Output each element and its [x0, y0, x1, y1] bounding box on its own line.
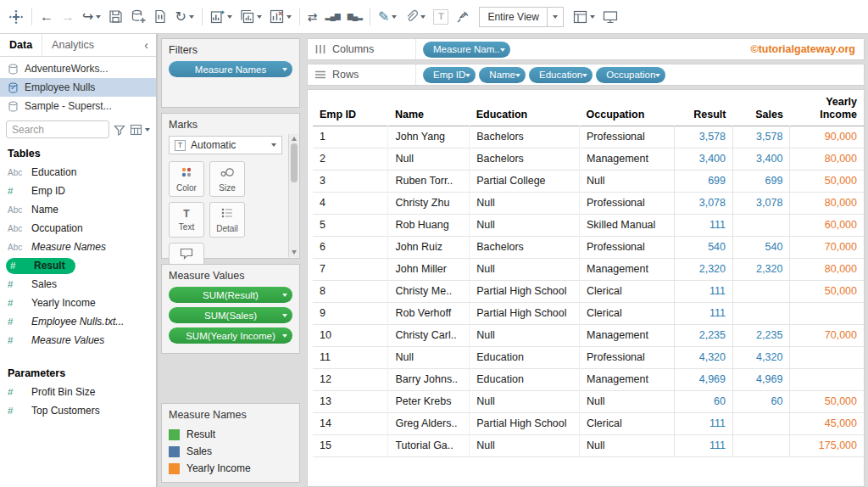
measure-cell[interactable]: 60: [733, 390, 790, 412]
detail-button[interactable]: Detail: [209, 202, 245, 238]
save-button[interactable]: [105, 5, 126, 28]
clear-sheet-button[interactable]: [266, 5, 295, 28]
mark-type-dropdown[interactable]: T Automatic: [169, 136, 282, 154]
dimension-cell[interactable]: Peter Krebs: [388, 390, 470, 412]
dimension-cell[interactable]: Partial High School: [470, 302, 580, 324]
measure-cell[interactable]: [790, 368, 864, 390]
field-item[interactable]: #Profit Bin Size: [0, 383, 156, 401]
dimension-cell[interactable]: Bachelors: [470, 236, 580, 258]
dimension-cell[interactable]: 1: [313, 126, 388, 148]
dimension-cell[interactable]: Professional: [580, 126, 675, 148]
dimension-cell[interactable]: 14: [313, 412, 388, 434]
group-members-button[interactable]: [401, 5, 429, 28]
dimension-cell[interactable]: Null: [470, 324, 580, 346]
columns-pill[interactable]: Measure Nam..: [423, 42, 510, 58]
dimension-cell[interactable]: Christy Carl..: [388, 324, 470, 346]
measure-cell[interactable]: 699: [733, 170, 790, 192]
dimension-cell[interactable]: Null: [470, 214, 580, 236]
rows-pill[interactable]: Name: [479, 67, 526, 83]
collapse-pane-icon[interactable]: ‹: [136, 38, 156, 52]
field-item[interactable]: #Emp ID: [0, 182, 156, 200]
dimension-cell[interactable]: 11: [313, 346, 388, 368]
dimension-cell[interactable]: 6: [313, 236, 388, 258]
measure-cell[interactable]: 111: [674, 302, 732, 324]
field-item[interactable]: #Measure Values: [0, 331, 156, 350]
dimension-cell[interactable]: Christy Me..: [388, 280, 470, 302]
measure-cell[interactable]: [733, 280, 790, 302]
legend-item[interactable]: Yearly Income: [169, 460, 292, 477]
dimension-cell[interactable]: 12: [313, 368, 388, 390]
measure-cell[interactable]: 60: [674, 390, 732, 412]
dimension-cell[interactable]: Null: [470, 434, 580, 456]
legend-item[interactable]: Sales: [169, 443, 292, 460]
field-item[interactable]: AbcMeasure Names: [0, 238, 156, 256]
columns-shelf[interactable]: Columns Measure Nam.. ©tutorialgateway.o…: [307, 38, 865, 60]
measure-cell[interactable]: 4,969: [674, 368, 732, 390]
measure-cell[interactable]: 3,578: [733, 126, 790, 148]
dimension-cell[interactable]: John Yang: [388, 126, 470, 148]
column-header[interactable]: Result: [674, 93, 732, 126]
measure-cell[interactable]: 3,578: [674, 126, 732, 148]
column-header[interactable]: Yearly Income: [790, 93, 864, 126]
measure-cell[interactable]: 3,078: [733, 192, 790, 214]
dimension-cell[interactable]: John Miller: [388, 258, 470, 280]
dimension-cell[interactable]: Management: [580, 368, 675, 390]
measure-cell[interactable]: 4,320: [733, 346, 790, 368]
dimension-cell[interactable]: Null: [388, 148, 470, 170]
measure-cell[interactable]: 2,320: [674, 258, 732, 280]
field-item[interactable]: #Top Customers: [0, 401, 156, 420]
measure-cell[interactable]: 3,400: [674, 148, 732, 170]
back-button[interactable]: ←: [36, 5, 57, 28]
measure-cell[interactable]: 3,400: [733, 148, 790, 170]
measure-cell[interactable]: 2,320: [733, 258, 790, 280]
dimension-cell[interactable]: Professional: [580, 346, 675, 368]
measure-value-pill[interactable]: SUM(Yearly Income): [169, 327, 292, 344]
dimension-cell[interactable]: Bachelors: [470, 126, 580, 148]
dimension-cell[interactable]: Null: [388, 346, 470, 368]
dimension-cell[interactable]: 8: [313, 280, 388, 302]
legend-item[interactable]: Result: [169, 426, 292, 443]
measure-cell[interactable]: 4,320: [674, 346, 732, 368]
swap-rows-columns-button[interactable]: ⇄: [304, 5, 321, 28]
measure-cell[interactable]: 70,000: [790, 324, 864, 346]
column-header[interactable]: Name: [388, 93, 470, 126]
measure-cell[interactable]: 80,000: [790, 192, 864, 214]
dimension-cell[interactable]: 5: [313, 214, 388, 236]
tab-data[interactable]: Data: [0, 34, 42, 56]
measure-cell[interactable]: 2,235: [733, 324, 790, 346]
dimension-cell[interactable]: Null: [470, 192, 580, 214]
dimension-cell[interactable]: Rob Huang: [388, 214, 470, 236]
column-header[interactable]: Occupation: [580, 93, 675, 126]
measure-cell[interactable]: 80,000: [790, 148, 864, 170]
measure-cell[interactable]: 3,078: [674, 192, 732, 214]
field-item[interactable]: AbcName: [0, 200, 156, 219]
show-hide-cards-button[interactable]: [570, 5, 598, 28]
measure-cell[interactable]: 80,000: [790, 258, 864, 280]
dimension-cell[interactable]: Ruben Torr..: [388, 170, 470, 192]
measure-cell[interactable]: [733, 214, 790, 236]
measure-cell[interactable]: 699: [674, 170, 732, 192]
scroll-down-icon[interactable]: [292, 250, 297, 255]
dimension-cell[interactable]: Barry Johns..: [388, 368, 470, 390]
presentation-mode-button[interactable]: [599, 5, 621, 28]
dimension-cell[interactable]: 15: [313, 434, 388, 456]
column-header[interactable]: Education: [470, 93, 580, 126]
scroll-thumb[interactable]: [291, 143, 298, 182]
measure-cell[interactable]: [733, 302, 790, 324]
run-update-button[interactable]: ↻: [171, 5, 197, 28]
view-options-icon[interactable]: [130, 124, 150, 136]
dimension-cell[interactable]: Bachelors: [470, 148, 580, 170]
dimension-cell[interactable]: Clerical: [580, 302, 675, 324]
dimension-cell[interactable]: Education: [470, 368, 580, 390]
color-button[interactable]: Color: [169, 161, 204, 197]
dimension-cell[interactable]: Management: [580, 324, 675, 346]
forward-button[interactable]: →: [58, 5, 78, 28]
pause-auto-updates-button[interactable]: [150, 5, 170, 28]
dimension-cell[interactable]: John Ruiz: [388, 236, 470, 258]
field-item[interactable]: #Sales: [0, 275, 156, 294]
duplicate-sheet-button[interactable]: [236, 5, 265, 28]
new-worksheet-button[interactable]: [207, 5, 236, 28]
dimension-cell[interactable]: Greg Alders..: [388, 412, 470, 434]
filter-pill[interactable]: Measure Names: [169, 61, 292, 77]
dimension-cell[interactable]: Skilled Manual: [580, 214, 675, 236]
